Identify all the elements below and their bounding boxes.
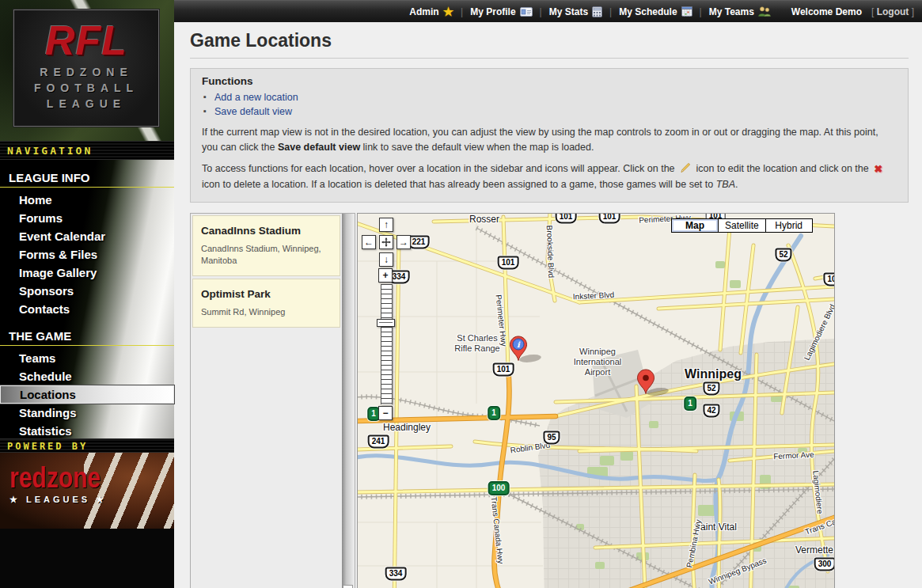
- highway-shield-101: 101: [556, 213, 577, 224]
- sidebar-item-home[interactable]: Home: [0, 191, 174, 209]
- zoom-slider-track[interactable]: [381, 284, 393, 404]
- sidebar-item-locations[interactable]: Locations: [0, 385, 174, 404]
- sidebar-item-contacts[interactable]: Contacts: [0, 300, 174, 318]
- pan-left-button[interactable]: ←: [362, 235, 376, 249]
- map-label-vermette: Vermette: [795, 544, 833, 556]
- tch-highway-shield-1: 1: [488, 406, 500, 420]
- location-name: CanadInns Stadium: [201, 225, 332, 237]
- map-canvas[interactable]: RosserPerimeter HwyBrookside BlvdInkster…: [357, 213, 835, 588]
- add-new-location-link[interactable]: Add a new location: [214, 92, 298, 103]
- separator: |: [540, 6, 542, 17]
- locations-list: CanadInns StadiumCanadInns Stadium, Winn…: [192, 215, 340, 328]
- navigation-led-bar: NAVIGATION: [0, 141, 174, 160]
- edit-pencil-icon: [680, 162, 691, 178]
- pan-up-button[interactable]: ↑: [379, 218, 393, 232]
- sidebar-item-teams[interactable]: Teams: [0, 349, 174, 367]
- highway-shield-10: 10: [823, 273, 835, 286]
- highway-shield-221: 221: [408, 236, 430, 249]
- locations-list-panel: CanadInns StadiumCanadInns Stadium, Winn…: [190, 213, 355, 588]
- highway-shield-95: 95: [543, 431, 560, 445]
- map-type-button-hybrid[interactable]: Hybrid: [765, 218, 813, 233]
- sidebar-item-sponsors[interactable]: Sponsors: [0, 282, 174, 300]
- stats-icon: [592, 6, 602, 17]
- redzone-leagues-logo: redzone ★ LEAGUES ★: [0, 453, 174, 529]
- pan-down-button[interactable]: ↓: [379, 252, 393, 267]
- topbar-item-my-stats[interactable]: My Stats: [549, 6, 602, 17]
- sidebar-item-image-gallery[interactable]: Image Gallery: [0, 264, 174, 282]
- topbar-item-my-profile[interactable]: My Profile: [470, 6, 532, 17]
- location-card[interactable]: CanadInns StadiumCanadInns Stadium, Winn…: [192, 215, 340, 276]
- map-label-winnipeg-international-airport: Winnipeg International Airport: [574, 347, 622, 378]
- zoom-in-button[interactable]: +: [378, 268, 393, 283]
- sidebar-item-forums[interactable]: Forums: [0, 209, 174, 227]
- map-type-button-satellite[interactable]: Satellite: [718, 218, 766, 233]
- topbar: Admin★|My Profile|My Stats|My Schedule|M…: [174, 0, 922, 22]
- location-address: Summit Rd, Winnipeg: [201, 306, 332, 318]
- bracket: [: [871, 6, 874, 17]
- map-label-headingley: Headingley: [383, 422, 431, 433]
- highway-shield-52: 52: [775, 248, 791, 262]
- map-label-trans-ca: Trans Ca: [804, 517, 835, 537]
- zoom-out-button[interactable]: −: [378, 406, 393, 420]
- scrollbar-thumb[interactable]: [343, 585, 353, 588]
- map-overlay: RosserPerimeter HwyBrookside BlvdInkster…: [358, 214, 834, 588]
- map-type-bar: MapSatelliteHybrid: [672, 218, 813, 233]
- separator: |: [700, 6, 702, 17]
- map-marker-info[interactable]: i: [509, 336, 528, 362]
- tch-highway-shield-1: 1: [684, 396, 696, 411]
- leagues-wordmark: ★ LEAGUES ★: [9, 495, 107, 505]
- save-default-view-emphasis: Save default view: [278, 142, 360, 153]
- plus-icon: +: [382, 270, 388, 281]
- map-label-fermor-ave: Fermor Ave: [773, 450, 814, 462]
- highway-shield-101: 101: [599, 213, 620, 224]
- map-label-st-charles-rifle-range: St Charles Rifle Range: [454, 333, 499, 354]
- nav-section-the-game: THE GAME: [0, 323, 174, 346]
- location-name: Optimist Park: [201, 288, 332, 300]
- star-icon: ★: [443, 5, 453, 19]
- topbar-item-label: My Profile: [470, 6, 515, 17]
- page-title: Game Locations: [190, 30, 909, 59]
- topbar-item-my-teams[interactable]: My Teams: [709, 6, 771, 17]
- sidebar-item-forms-files[interactable]: Forms & Files: [0, 245, 174, 264]
- topbar-item-admin[interactable]: Admin★: [409, 5, 453, 19]
- pan-right-button[interactable]: →: [396, 235, 411, 249]
- delete-x-icon: ✖: [874, 161, 882, 177]
- tba-emphasis: TBA: [716, 179, 735, 190]
- topbar-item-my-schedule[interactable]: My Schedule: [619, 6, 692, 17]
- topbar-item-label: My Schedule: [619, 6, 677, 17]
- sidebar-item-event-calendar[interactable]: Event Calendar: [0, 227, 174, 245]
- sidebar-item-schedule[interactable]: Schedule: [0, 367, 174, 385]
- pan-center-button[interactable]: [379, 235, 393, 249]
- highway-shield-42: 42: [703, 404, 719, 418]
- teams-icon: [758, 6, 771, 17]
- paragraph-text: link to save the default view when the m…: [360, 142, 594, 153]
- logout-button[interactable]: Logout: [877, 6, 909, 17]
- map-label-winnipeg: Winnipeg: [685, 366, 742, 381]
- arrow-left-icon: ←: [364, 237, 374, 248]
- functions-link-item: Save default view: [203, 104, 897, 119]
- map-type-button-map[interactable]: Map: [671, 218, 719, 233]
- locations-and-map: CanadInns StadiumCanadInns Stadium, Winn…: [190, 213, 909, 588]
- league-logo-line: FOOTBALL: [14, 80, 158, 96]
- map-label-brookside-blvd: Brookside Blvd: [544, 225, 556, 278]
- highway-shield-241: 241: [368, 435, 389, 449]
- map-marker-plain[interactable]: [636, 369, 655, 395]
- sidebar: RFL REDZONE FOOTBALL LEAGUE NAVIGATION L…: [0, 0, 174, 588]
- zoom-slider-handle[interactable]: [377, 319, 395, 327]
- highway-shield-101: 101: [493, 363, 514, 377]
- bracket: ]: [912, 6, 914, 17]
- paragraph-text: .: [735, 179, 738, 190]
- redzone-wordmark: redzone: [9, 461, 107, 495]
- main-content: Game Locations Functions Add a new locat…: [174, 22, 922, 588]
- sidebar-item-statistics[interactable]: Statistics: [0, 422, 174, 440]
- location-card[interactable]: Optimist ParkSummit Rd, Winnipeg: [192, 279, 340, 328]
- functions-box: Functions Add a new location Save defaul…: [190, 68, 909, 203]
- separator: |: [461, 6, 463, 17]
- sidebar-item-standings[interactable]: Standings: [0, 404, 174, 422]
- save-default-view-link[interactable]: Save default view: [214, 106, 292, 117]
- map-label-lagimodiere-blvd: Lagimodiere Blvd: [802, 303, 835, 362]
- paragraph-text: icon to delete a location. If a location…: [202, 179, 716, 190]
- sidebar-navigation: LEAGUE INFOHomeForumsEvent CalendarForms…: [0, 160, 174, 438]
- locations-scrollbar[interactable]: [342, 214, 355, 588]
- arrow-up-icon: ↑: [384, 219, 389, 230]
